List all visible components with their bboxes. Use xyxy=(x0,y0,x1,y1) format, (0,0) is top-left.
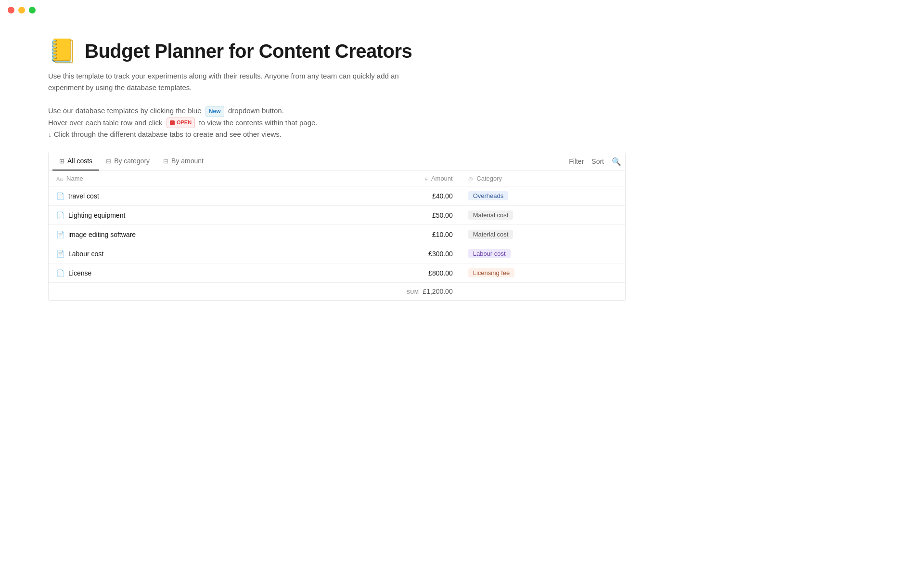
tab-by-category-label: By category xyxy=(114,157,150,165)
cell-name: 📄 Labour cost xyxy=(49,244,345,263)
costs-table: Aa Name # Amount ◎ Category xyxy=(49,171,625,301)
amount-col-icon: # xyxy=(425,176,428,182)
row-name-text: Labour cost xyxy=(68,250,103,258)
cell-category: Material cost xyxy=(461,225,625,244)
category-badge: Licensing fee xyxy=(468,268,515,277)
page-emoji: 📒 xyxy=(48,39,77,63)
col-header-category: ◎ Category xyxy=(461,171,625,186)
instruction-line2-prefix: Hover over each table row and click xyxy=(48,118,163,127)
page-title: Budget Planner for Content Creators xyxy=(85,40,412,62)
description-line1: Use this template to track your experime… xyxy=(48,72,399,80)
description-line2: experiment by using the database templat… xyxy=(48,83,192,92)
category-badge: Overheads xyxy=(468,191,509,200)
row-name-text: Lighting equipment xyxy=(68,211,125,219)
cell-name: 📄 travel cost xyxy=(49,186,345,206)
titlebar xyxy=(0,0,924,20)
instruction-line1-prefix: Use our database templates by clicking t… xyxy=(48,106,202,115)
sum-value: £1,200.00 xyxy=(423,288,452,295)
tab-by-amount[interactable]: ⊟ By amount xyxy=(156,152,210,171)
category-badge: Material cost xyxy=(468,230,513,239)
table-row[interactable]: 📄 travel cost £40.00 Overheads xyxy=(49,186,625,206)
table-row[interactable]: 📄 image editing software £10.00 Material… xyxy=(49,225,625,244)
instruction-line1-suffix: dropdown button. xyxy=(228,106,284,115)
table-row[interactable]: 📄 Labour cost £300.00 Labour cost xyxy=(49,244,625,263)
table-row[interactable]: 📄 Lighting equipment £50.00 Material cos… xyxy=(49,206,625,225)
doc-icon: 📄 xyxy=(56,211,64,219)
sum-cell: SUM £1,200.00 xyxy=(345,283,461,301)
row-name-text: image editing software xyxy=(68,231,136,238)
cell-category: Overheads xyxy=(461,186,625,206)
cell-amount: £800.00 xyxy=(345,263,461,283)
tab-by-amount-label: By amount xyxy=(171,157,204,165)
tab-all-costs-icon: ⊞ xyxy=(59,158,64,165)
tab-all-costs-label: All costs xyxy=(67,157,92,165)
doc-icon: 📄 xyxy=(56,192,64,200)
cell-amount: £50.00 xyxy=(345,206,461,225)
tab-by-category-icon: ⊟ xyxy=(106,158,111,165)
open-badge-icon xyxy=(170,120,175,125)
doc-icon: 📄 xyxy=(56,231,64,238)
name-col-icon: Aa xyxy=(56,176,63,182)
sum-label: SUM xyxy=(406,289,419,295)
col-header-amount: # Amount xyxy=(345,171,461,186)
category-col-icon: ◎ xyxy=(468,176,473,182)
filter-button[interactable]: Filter xyxy=(569,158,584,165)
instruction-line3: ↓ Click through the different database t… xyxy=(48,130,282,138)
tabs-left: ⊞ All costs ⊟ By category ⊟ By amount xyxy=(52,152,210,171)
page-description: Use this template to track your experime… xyxy=(48,70,876,140)
maximize-button[interactable] xyxy=(29,7,36,13)
row-name-text: travel cost xyxy=(68,192,99,200)
tab-by-amount-icon: ⊟ xyxy=(163,158,168,165)
minimize-button[interactable] xyxy=(18,7,25,13)
category-badge: Material cost xyxy=(468,210,513,220)
cell-amount: £40.00 xyxy=(345,186,461,206)
doc-icon: 📄 xyxy=(56,269,64,277)
search-icon[interactable]: 🔍 xyxy=(612,157,621,166)
new-badge: New xyxy=(205,106,224,117)
instruction-line2-suffix: to view the contents within that page. xyxy=(199,118,318,127)
row-name-text: License xyxy=(68,269,91,277)
cell-category: Licensing fee xyxy=(461,263,625,283)
category-badge: Labour cost xyxy=(468,249,511,258)
sum-row: SUM £1,200.00 xyxy=(49,283,625,301)
page-header: 📒 Budget Planner for Content Creators xyxy=(48,39,876,63)
cell-name: 📄 Lighting equipment xyxy=(49,206,345,225)
tab-by-category[interactable]: ⊟ By category xyxy=(99,152,156,171)
database-container: ⊞ All costs ⊟ By category ⊟ By amount Fi… xyxy=(48,152,626,301)
tab-all-costs[interactable]: ⊞ All costs xyxy=(52,152,99,171)
doc-icon: 📄 xyxy=(56,250,64,258)
cell-name: 📄 image editing software xyxy=(49,225,345,244)
cell-category: Material cost xyxy=(461,206,625,225)
cell-category: Labour cost xyxy=(461,244,625,263)
col-header-name: Aa Name xyxy=(49,171,345,186)
main-content: 📒 Budget Planner for Content Creators Us… xyxy=(0,20,924,320)
table-row[interactable]: 📄 License £800.00 Licensing fee xyxy=(49,263,625,283)
open-badge: OPEN xyxy=(167,118,195,128)
close-button[interactable] xyxy=(8,7,14,13)
tabs-bar: ⊞ All costs ⊟ By category ⊟ By amount Fi… xyxy=(49,152,625,171)
cell-amount: £300.00 xyxy=(345,244,461,263)
cell-amount: £10.00 xyxy=(345,225,461,244)
cell-name: 📄 License xyxy=(49,263,345,283)
tabs-toolbar: Filter Sort 🔍 xyxy=(569,157,621,166)
sort-button[interactable]: Sort xyxy=(591,158,604,165)
